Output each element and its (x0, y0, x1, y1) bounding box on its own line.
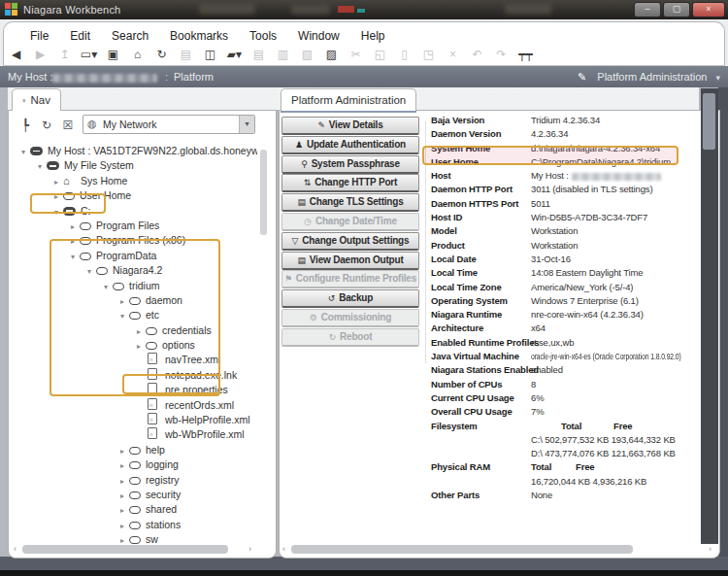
tree-node-credentials[interactable]: ▸credentials (9, 323, 257, 338)
edit-pencil-icon[interactable]: ✎ (578, 71, 586, 83)
close-button[interactable]: × (692, 2, 725, 17)
menu-help[interactable]: Help (350, 25, 396, 47)
tree-node-wb-wbprofile-xml[interactable]: wb-WbProfile.xml (9, 427, 257, 442)
tree-node-my-file-system[interactable]: ▾My File System (9, 158, 257, 173)
system-passphrase-button[interactable]: ⚲System Passphrase (281, 155, 419, 174)
nav-refresh-icon[interactable]: ↻ (36, 117, 57, 135)
expander-icon[interactable]: ▸ (116, 444, 129, 458)
minimize-button[interactable]: – (634, 2, 661, 17)
platform-vertical-scrollbar[interactable] (701, 88, 718, 544)
platform-horizontal-scrollbar-thumb[interactable] (291, 545, 633, 554)
expander-icon[interactable]: ▸ (116, 294, 129, 309)
menu-window[interactable]: Window (287, 25, 350, 47)
update-authentication-button[interactable]: ♟Update Authentication (281, 136, 419, 154)
view-selector[interactable]: Platform Administration (597, 71, 707, 83)
expander-icon[interactable]: ▸ (116, 474, 129, 489)
tree-node-security[interactable]: ▸security (9, 488, 257, 502)
menu-search[interactable]: Search (101, 25, 159, 47)
platform-horizontal-scrollbar[interactable]: ‹ › (280, 544, 719, 556)
chevron-down-icon[interactable]: ▾ (715, 73, 720, 83)
tree-node-etc[interactable]: ▾etc (9, 308, 257, 322)
platform-vertical-scrollbar-thumb[interactable] (703, 93, 715, 150)
expander-icon[interactable]: ▾ (50, 205, 63, 220)
export-icon[interactable]: ▨ (319, 45, 344, 64)
menu-bookmarks[interactable]: Bookmarks (159, 25, 239, 47)
change-http-port-button[interactable]: ⇅Change HTTP Port (281, 174, 419, 192)
expander-icon[interactable]: ▾ (33, 159, 47, 174)
scroll-right-icon[interactable]: › (709, 544, 711, 555)
scroll-left-icon[interactable]: ‹ (14, 544, 17, 555)
expander-icon[interactable]: ▾ (83, 264, 96, 279)
expander-icon[interactable]: ▾ (66, 250, 80, 264)
view-daemon-output-button[interactable]: ▤View Daemon Output (281, 252, 419, 270)
expander-icon[interactable]: ▸ (132, 324, 146, 339)
nav-horizontal-scrollbar-thumb[interactable] (22, 545, 228, 554)
nav-layout-icon[interactable]: ┡ (15, 117, 36, 135)
breadcrumb-platform[interactable]: Platform (174, 71, 214, 83)
network-combobox[interactable]: ◍ My Network ▾ (83, 115, 255, 134)
open-folder-icon[interactable]: ▰▾ (222, 45, 247, 64)
expander-icon[interactable]: ▸ (66, 234, 80, 249)
tree-node-program-files-x86[interactable]: ▸Program Files (x86) (9, 233, 257, 248)
open-ord-icon[interactable]: ▣ (101, 45, 125, 64)
backup-button[interactable]: ↺Backup (281, 289, 419, 308)
menu-file[interactable]: File (19, 25, 59, 47)
expander-icon[interactable]: ▸ (132, 339, 146, 354)
view-dropdown-icon[interactable]: ▭▾ (77, 45, 101, 64)
tree-node-stations[interactable]: ▸stations (9, 518, 257, 532)
expander-icon[interactable]: ▸ (116, 489, 129, 503)
property-label: Java Virtual Machine (431, 350, 531, 363)
tree-node-user-home[interactable]: ▸User Home (9, 188, 257, 203)
property-value: d:\niagara\niagara-4.2.36.34-x64 (531, 143, 660, 153)
expander-icon[interactable]: ▸ (66, 220, 80, 234)
change-tls-settings-button[interactable]: ▤Change TLS Settings (281, 193, 419, 212)
refresh-icon[interactable]: ↻ (149, 45, 174, 64)
view-details-button[interactable]: ✎View Details (281, 117, 419, 135)
maximize-button[interactable]: ▢ (663, 2, 690, 17)
tree-node-recentords-xml[interactable]: recentOrds.xml (9, 398, 257, 413)
sidebar-icon[interactable]: ◫ (198, 45, 222, 64)
tree-node-daemon[interactable]: ▸daemon (9, 293, 257, 308)
home-icon[interactable]: ⌂ (125, 45, 149, 64)
tree-node-niagara4-2[interactable]: ▾Niagara4.2 (9, 263, 257, 278)
tree-node-program-files[interactable]: ▸Program Files (9, 219, 257, 233)
nav-tab-caret-icon[interactable]: ▾ (22, 97, 26, 104)
links-icon[interactable]: ┯┯ (513, 45, 538, 64)
tree-node-shared[interactable]: ▸shared (9, 502, 257, 517)
tree-node-my-host-va51dt2fw9n22[interactable]: ▾My Host : VA51DT2FW9N22.global.ds.honey… (9, 144, 257, 158)
tree-node-tridium[interactable]: ▾tridium (9, 279, 257, 293)
change-output-settings-button[interactable]: ▽Change Output Settings (281, 232, 419, 251)
tree-node-sys-home[interactable]: ▸⌂Sys Home (9, 174, 257, 188)
expander-icon[interactable]: ▾ (17, 145, 30, 159)
expander-icon[interactable]: ▾ (116, 309, 129, 323)
tree-node-nre-properties[interactable]: nre.properties (9, 383, 257, 397)
nav-close-icon[interactable]: ☒ (57, 117, 79, 135)
expander-icon[interactable]: ▸ (50, 175, 63, 189)
tab-platform-administration[interactable]: Platform Administration (281, 88, 416, 111)
menu-edit[interactable]: Edit (59, 25, 101, 47)
property-row-user-home: User HomeC:\ProgramData\Niagara4.2\tridi… (431, 155, 702, 169)
tree-node-programdata[interactable]: ▾ProgramData (9, 249, 257, 263)
scroll-right-icon[interactable]: › (248, 544, 251, 555)
tab-nav[interactable]: ▾Nav (12, 88, 61, 111)
tree-node-help[interactable]: ▸help (9, 443, 257, 457)
scroll-left-icon[interactable]: ‹ (282, 544, 285, 555)
expander-icon[interactable]: ▾ (99, 280, 113, 294)
expander-icon[interactable]: ▸ (50, 189, 63, 204)
tree-node-options[interactable]: ▸options (9, 338, 257, 353)
tree-node-logging[interactable]: ▸logging (9, 457, 257, 472)
tree-node-notepad-exe-lnk[interactable]: notepad.exe.lnk (9, 368, 257, 383)
expander-icon[interactable]: ▸ (116, 503, 129, 518)
tree-node-registry[interactable]: ▸registry (9, 473, 257, 488)
menu-tools[interactable]: Tools (239, 25, 287, 47)
tree-node-navtree-xml[interactable]: navTree.xml (9, 353, 257, 367)
certificate-icon: ▤ (297, 197, 305, 207)
nav-vertical-scrollbar-thumb[interactable] (260, 150, 267, 235)
nav-horizontal-scrollbar[interactable]: ‹ › (9, 544, 276, 556)
expander-icon[interactable]: ▸ (116, 458, 129, 473)
tree-node-wb-helpprofile-xml[interactable]: wb-HelpProfile.xml (9, 413, 257, 427)
combobox-caret-icon[interactable]: ▾ (239, 116, 254, 133)
back-icon[interactable]: ◀ (4, 45, 28, 64)
expander-icon[interactable]: ▸ (116, 519, 129, 533)
tree-node-c[interactable]: ▾C: (9, 204, 257, 219)
